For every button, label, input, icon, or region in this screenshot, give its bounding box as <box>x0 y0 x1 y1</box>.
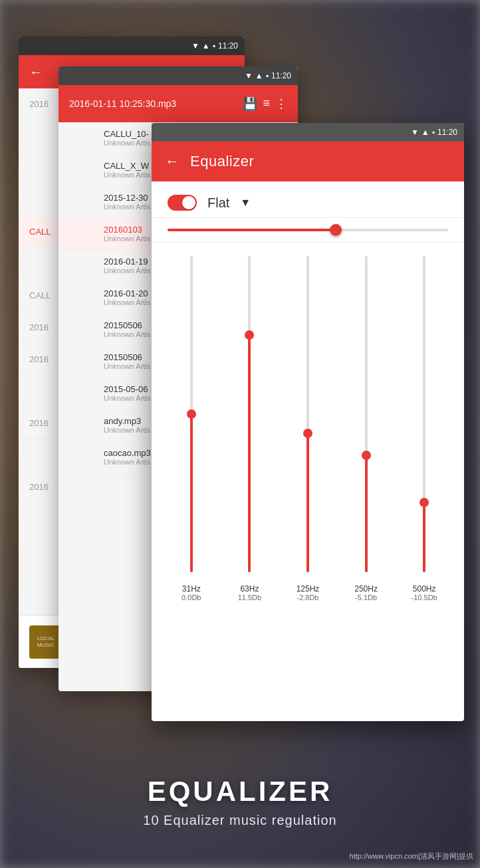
watermark: http://www.vipcn.com[清风手游网]提供 <box>350 851 473 861</box>
eq-battery-icon: ▪ <box>432 128 435 137</box>
page-title: EQUALIZER <box>0 776 480 808</box>
master-slider-fill <box>168 229 336 231</box>
eq-band-31hz: 31Hz 0.0Db <box>168 256 215 601</box>
song-title: 20150506 <box>104 352 150 362</box>
eq-band-63-db: 11.5Db <box>238 594 261 601</box>
song-artist: Unknown Artis <box>104 426 150 434</box>
song-artist: Unknown Artis <box>104 203 150 211</box>
song-artist: Unknown Artis <box>104 394 150 402</box>
eq-band-500-db: -10.5Db <box>412 594 437 601</box>
song-number: 2016 <box>29 418 56 428</box>
back-signal-icon: ▼ <box>191 41 199 51</box>
eq-band-500-freq: 500Hz <box>412 584 437 594</box>
eq-band-500-label: 500Hz -10.5Db <box>412 579 437 601</box>
eq-preset-name: Flat <box>207 195 229 211</box>
mid-status-bar: ▼ ▲ ▪ 11:20 <box>59 66 298 85</box>
eq-band-125-freq: 125Hz <box>297 584 320 594</box>
eq-band-31-freq: 31Hz <box>181 584 201 594</box>
song-title: 2015-12-30 <box>104 193 150 203</box>
bottom-section: EQUALIZER 10 Equalizer music regulation <box>0 776 480 828</box>
song-title: andy.mp3 <box>104 416 150 426</box>
mid-header-icons: 💾 ≡ ⋮ <box>243 96 287 111</box>
song-title: 2015-05-06 <box>104 384 150 394</box>
master-slider[interactable] <box>152 218 464 243</box>
playlist-icon[interactable]: ≡ <box>263 96 270 111</box>
mid-app-header: 2016-01-11 10:25:30.mp3 💾 ≡ ⋮ <box>59 85 298 122</box>
eq-wifi-icon: ▲ <box>421 128 429 137</box>
eq-band-250-freq: 250Hz <box>354 584 378 594</box>
more-icon[interactable]: ⋮ <box>275 96 287 111</box>
master-slider-track <box>168 229 448 231</box>
eq-band-63-label: 63Hz 11.5Db <box>238 579 261 601</box>
song-title: CALLU_10- <box>104 129 150 139</box>
eq-band-250-label: 250Hz -5.1Db <box>354 579 378 601</box>
back-battery-icon: ▪ <box>213 41 215 51</box>
song-artist: Unknown Artis <box>104 171 150 179</box>
mid-battery-icon: ▪ <box>266 71 269 80</box>
eq-band-31-db: 0.0Db <box>181 594 201 601</box>
mid-wifi-icon: ▲ <box>255 71 263 80</box>
eq-band-31-label: 31Hz 0.0Db <box>181 579 201 601</box>
song-artist: Unknown Artis <box>104 235 150 243</box>
toggle-knob <box>182 196 195 209</box>
eq-back-button[interactable]: ← <box>165 153 180 170</box>
eq-band-500hz: 500Hz -10.5Db <box>401 256 447 601</box>
mid-song-title: 2016-01-11 10:25:30.mp3 <box>69 98 237 109</box>
back-nav-icon[interactable]: ← <box>29 64 43 80</box>
eq-header: ← Equalizer <box>152 142 464 181</box>
song-artist: Unknown Artis <box>104 139 150 147</box>
player-thumbnail: LOCALMUSIC <box>29 625 62 659</box>
song-number: CALL <box>29 290 56 300</box>
song-title: 20150506 <box>104 320 150 330</box>
song-artist: Unknown Artis <box>104 298 150 306</box>
eq-title: Equalizer <box>190 153 254 170</box>
song-number: CALL <box>29 227 56 237</box>
eq-band-63hz: 63Hz 11.5Db <box>226 256 273 601</box>
mid-time: 11:20 <box>271 71 291 80</box>
page-subtitle: 10 Equalizer music regulation <box>0 813 480 828</box>
eq-enable-toggle[interactable] <box>168 195 197 211</box>
mid-signal-icon: ▼ <box>245 71 253 80</box>
song-number: 2016 <box>29 322 56 332</box>
eq-preset-row: Flat ▼ <box>152 181 464 218</box>
eq-band-250-db: -5.1Db <box>354 594 378 601</box>
preset-dropdown-icon[interactable]: ▼ <box>240 197 251 209</box>
back-status-bar: ▼ ▲ ▪ 11:20 <box>19 37 245 55</box>
eq-band-63-freq: 63Hz <box>238 584 261 594</box>
song-artist: Unknown Artis <box>104 458 151 466</box>
song-artist: Unknown Artis <box>104 362 150 370</box>
song-artist: Unknown Artis <box>104 330 150 338</box>
eq-signal-icon: ▼ <box>411 128 419 137</box>
song-number: 2016 <box>29 354 56 364</box>
song-title: 2016-01-20 <box>104 288 150 298</box>
master-slider-thumb[interactable] <box>330 224 342 236</box>
eq-band-125-db: -2.8Db <box>297 594 320 601</box>
back-wifi-icon: ▲ <box>202 41 210 51</box>
save-icon[interactable]: 💾 <box>243 96 257 111</box>
song-title: caocao.mp3 <box>104 448 151 458</box>
back-time: 11:20 <box>218 41 238 51</box>
song-artist: Unknown Artis <box>104 267 150 274</box>
eq-band-125-label: 125Hz -2.8Db <box>297 579 320 601</box>
equalizer-panel: ▼ ▲ ▪ 11:20 ← Equalizer Flat ▼ <box>152 123 464 721</box>
song-title: 20160103 <box>104 225 150 235</box>
eq-band-125hz: 125Hz -2.8Db <box>285 256 331 601</box>
eq-bands-container: 31Hz 0.0Db 63Hz 11.5Db <box>152 243 464 615</box>
song-number: 2016 <box>29 99 56 109</box>
song-title: 2016-01-19 <box>104 257 150 267</box>
eq-time: 11:20 <box>437 128 457 137</box>
eq-band-250hz: 250Hz -5.1Db <box>343 256 390 601</box>
eq-status-bar: ▼ ▲ ▪ 11:20 <box>152 123 464 142</box>
song-number: 2016 <box>29 482 56 492</box>
song-title: CALL_X_W <box>104 161 150 171</box>
